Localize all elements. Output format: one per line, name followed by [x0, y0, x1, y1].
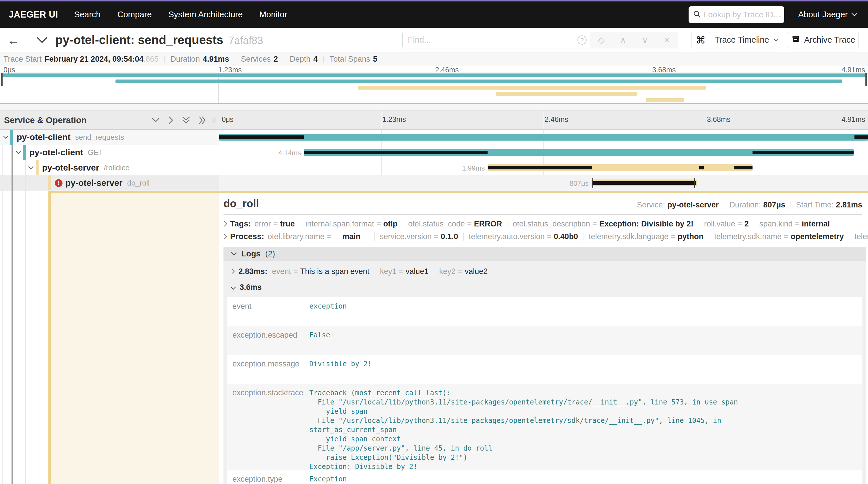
log-entry-collapsed[interactable]: 2.83ms: event=This is a span eventkey1=v… — [227, 262, 862, 278]
panel-resize-grip[interactable] — [213, 118, 215, 123]
ruler-tick-label: 4.91ms — [841, 115, 865, 124]
tag-key: otel.status_code — [408, 219, 465, 229]
span-bar[interactable] — [219, 134, 868, 141]
log-field-key: event — [227, 297, 309, 326]
selected-span-accent — [49, 191, 868, 193]
find-input[interactable] — [403, 35, 574, 44]
clear-search-button[interactable]: × — [656, 32, 678, 48]
detail-meta-value: 2.81ms — [836, 201, 862, 209]
tag-value: 0.40b0 — [554, 232, 578, 241]
focus-match-button[interactable]: ◇ — [590, 32, 612, 48]
about-jaeger-menu[interactable]: About Jaeger — [798, 10, 858, 19]
span-tree-row[interactable]: py-otel-clientsend_requests — [0, 130, 219, 145]
chevron-right-icon — [231, 268, 235, 274]
tag-key: telemetry.auto.version — [469, 232, 545, 241]
minimap-span-bar[interactable] — [116, 80, 842, 83]
nav-item-search[interactable]: Search — [74, 10, 101, 19]
trace-summary-bar: Trace StartFebruary 21 2024, 09:54:04.86… — [0, 53, 868, 66]
minimap-span-bar[interactable] — [358, 86, 706, 90]
log-timestamp: 2.83ms: — [239, 267, 268, 276]
divider — [583, 233, 584, 241]
minimap-viewport-handle-left[interactable] — [1, 73, 3, 86]
minimap-viewport-handle-right[interactable] — [865, 73, 867, 86]
nav-item-system-architecture[interactable]: System Architecture — [168, 10, 243, 19]
divider — [724, 201, 724, 209]
span-operation-name: send_requests — [75, 133, 124, 142]
span-duration-label: 4.14ms — [278, 149, 301, 157]
next-match-button[interactable]: ∨ — [634, 32, 656, 48]
minimap[interactable] — [0, 72, 868, 104]
expand-one-icon[interactable] — [168, 116, 174, 124]
tag-value: value1 — [405, 267, 429, 276]
expand-all-icon[interactable] — [199, 116, 206, 124]
span-bar-row[interactable]: 807μs — [219, 176, 868, 191]
span-bar-row[interactable] — [219, 130, 868, 145]
find-help[interactable]: ? — [574, 35, 590, 44]
span-child-marker — [855, 135, 868, 139]
minimap-span-bar[interactable] — [496, 92, 637, 96]
trace-id-search[interactable] — [689, 6, 784, 23]
minimap-span-bar[interactable] — [646, 98, 685, 102]
collapse-all-icon[interactable] — [182, 116, 190, 124]
back-button[interactable]: ← — [0, 28, 27, 52]
logs-accordion-header[interactable]: Logs (2) — [223, 247, 866, 261]
tag-item: telemetry.sdk.name=opentelemetry — [714, 232, 844, 241]
tree-guide-line — [11, 145, 13, 484]
span-duration-label: 807μs — [570, 180, 589, 187]
collapse-one-icon[interactable] — [152, 118, 160, 122]
tag-value: true — [280, 219, 294, 229]
log-timestamp: 3.6ms — [240, 283, 262, 292]
log-entry-expanded-header[interactable]: 3.6ms — [227, 278, 862, 295]
log-field-row: exception.typeException — [227, 470, 862, 484]
span-bar-row[interactable]: 1.99ms — [219, 160, 868, 176]
tags-accordion[interactable]: Tags: error=trueinternal.span.format=otl… — [223, 217, 868, 230]
span-tree-row[interactable]: !py-otel-serverdo_roll — [0, 176, 219, 191]
span-bar-row[interactable]: 4.14ms — [219, 145, 868, 160]
archive-trace-button[interactable]: Archive Trace — [788, 32, 859, 49]
summary-value: 4 — [313, 55, 318, 64]
tag-item: span.kind=internal — [760, 219, 830, 229]
trace-title: py-otel-client: send_requests7afaf83 — [55, 33, 263, 47]
log-field-row: exception.escapedFalse — [227, 326, 862, 355]
process-accordion[interactable]: Process: otel.library.name=__main__servi… — [223, 230, 868, 243]
nav-item-compare[interactable]: Compare — [118, 10, 152, 19]
divider — [323, 56, 324, 63]
tag-value: This is a span event — [300, 267, 369, 276]
nav-menu: SearchCompareSystem ArchitectureMonitor — [74, 10, 304, 19]
trace-id-search-input[interactable] — [704, 10, 780, 19]
log-keyvalues-table: eventexceptionexception.escapedFalseexce… — [227, 297, 862, 484]
tag-key: telemetry.sdk.language — [589, 232, 669, 241]
tree-guide-line — [39, 176, 39, 484]
minimap-span-bar[interactable] — [2, 73, 866, 77]
trace-view-selector[interactable]: Trace Timeline — [714, 32, 779, 49]
divider — [374, 233, 375, 241]
service-operation-header: Service & Operation — [4, 115, 87, 125]
summary-label: Depth — [290, 55, 310, 64]
span-child-marker — [592, 181, 696, 185]
chevron-right-icon — [223, 233, 227, 240]
divider — [403, 220, 403, 228]
app-brand[interactable]: JAEGER UI — [9, 9, 58, 20]
equals-sign: = — [784, 232, 788, 241]
tag-item: internal.span.format=otlp — [305, 219, 397, 229]
prev-match-button[interactable]: ∧ — [612, 32, 634, 48]
log-field-value: Exception — [309, 470, 347, 484]
logs-count: (2) — [265, 249, 275, 259]
keyboard-shortcuts-button[interactable]: ⌘ — [691, 32, 710, 49]
equals-sign: = — [671, 232, 675, 241]
tag-key: key2 — [439, 267, 456, 276]
span-service-name: py-otel-client — [29, 148, 83, 157]
error-icon: ! — [55, 179, 62, 187]
divider — [709, 233, 709, 241]
tag-item: service.version=0.1.0 — [380, 232, 458, 241]
tag-item: event=This is a span event — [272, 267, 370, 276]
trace-view-label: Trace Timeline — [714, 35, 769, 44]
span-child-marker — [734, 166, 752, 170]
trace-collapse-toggle[interactable] — [36, 37, 48, 43]
span-tree-row[interactable]: py-otel-server/rolldice — [0, 160, 219, 176]
equals-sign: = — [293, 267, 298, 276]
span-tree-row[interactable]: py-otel-clientGET — [0, 145, 219, 160]
close-icon: × — [664, 35, 670, 45]
chevron-up-icon: ∧ — [620, 35, 626, 45]
nav-item-monitor[interactable]: Monitor — [259, 10, 287, 19]
